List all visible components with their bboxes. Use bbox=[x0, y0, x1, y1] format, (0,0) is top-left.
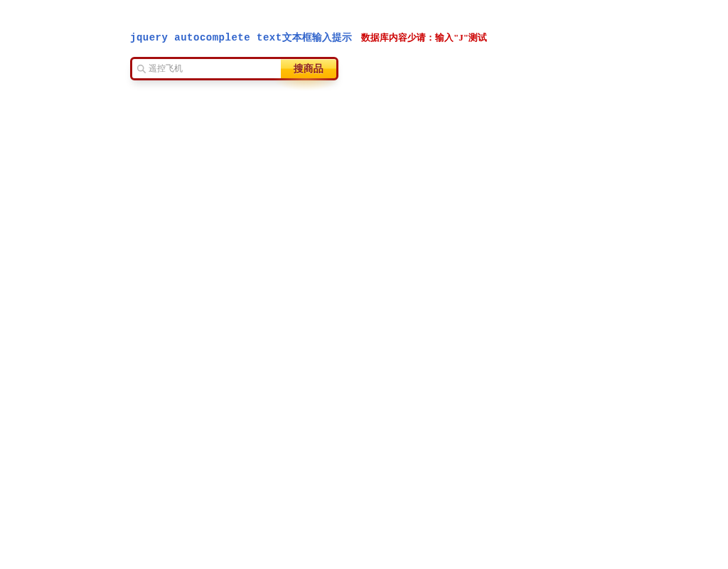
button-glow bbox=[272, 78, 340, 91]
title-hint: 数据库内容少请：输入"J"测试 bbox=[361, 32, 487, 43]
search-icon bbox=[136, 64, 146, 73]
title-chinese-part: 文本框输入提示 bbox=[282, 32, 352, 43]
search-button[interactable]: 搜商品 bbox=[281, 59, 336, 78]
svg-line-1 bbox=[143, 70, 145, 73]
search-bar: 搜商品 bbox=[130, 57, 338, 80]
page-title: jquery autocomplete text文本框输入提示 数据库内容少请：… bbox=[130, 31, 728, 44]
search-input[interactable] bbox=[149, 59, 281, 78]
title-english-part: jquery autocomplete text bbox=[130, 32, 282, 43]
search-input-container bbox=[132, 59, 281, 78]
